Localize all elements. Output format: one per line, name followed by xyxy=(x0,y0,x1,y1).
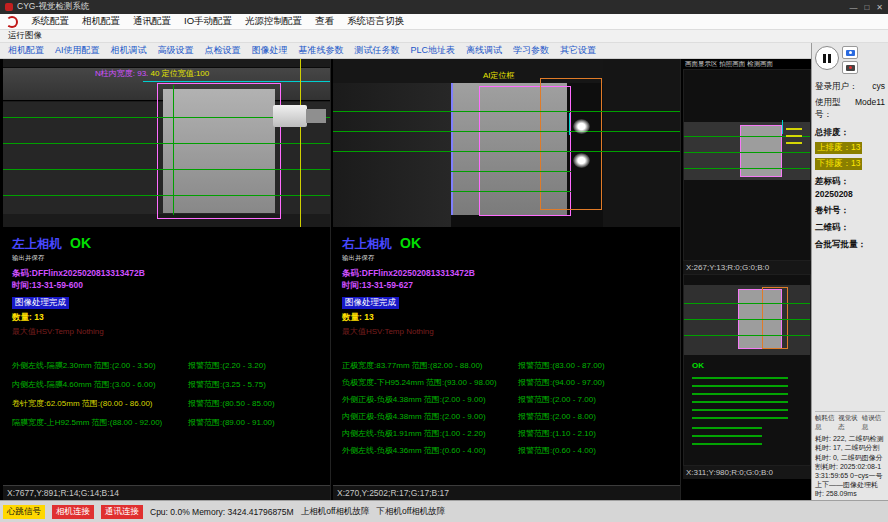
mini-result-text xyxy=(692,427,762,451)
menu-camera-config[interactable]: 相机配置 xyxy=(82,15,120,28)
menu-comm-config[interactable]: 通讯配置 xyxy=(133,15,171,28)
measure-line-cyan xyxy=(143,81,330,82)
reject-row-bottom[interactable]: 下排废：13 xyxy=(815,158,862,170)
left-camera-view[interactable]: N柱内宽度: 93. 40 定位宽值:100 xyxy=(3,59,330,227)
measure-row: 外侧正极-负极4.38mm 范围:(2.00 - 9.00)报警范围:(2.00… xyxy=(342,395,680,405)
thumbnail-top-readout: X:267;Y:13;R:0;G:0;B:0 xyxy=(683,261,811,274)
model-label: 使用型号： xyxy=(815,97,855,121)
right-camera-title: 右上相机 xyxy=(342,236,392,253)
camera-icon xyxy=(846,50,855,56)
sidebar-buttons xyxy=(815,46,885,74)
right-status-ok: OK xyxy=(400,235,421,251)
run-image-label[interactable]: 运行图像 xyxy=(8,30,42,42)
tab-image-process[interactable]: 图像处理 xyxy=(252,44,288,57)
left-subtitle: 输出并保存 xyxy=(12,254,330,263)
reject-row-top[interactable]: 上排废：13 xyxy=(815,142,862,154)
camera-record-button[interactable] xyxy=(842,61,858,74)
right-count: 数量: 13 xyxy=(342,312,680,324)
status-bar: 心跳信号 相机连接 通讯连接 Cpu: 0.0% Memory: 3424.41… xyxy=(0,500,888,522)
tab-camera-debug[interactable]: 相机调试 xyxy=(111,44,147,57)
measure-row: 外侧左线-负极4.36mm 范围:(0.60 - 4.00)报警范围:(0.60… xyxy=(342,446,680,456)
tab-other-settings[interactable]: 其它设置 xyxy=(560,44,596,57)
tab-plc-address[interactable]: PLC地址表 xyxy=(411,44,456,57)
measure-line xyxy=(3,143,330,144)
tab-baseline-params[interactable]: 基准线参数 xyxy=(299,44,344,57)
right-time: 时间:13-31-59-627 xyxy=(342,279,680,291)
machine-frame-left xyxy=(333,59,451,227)
right-measure-rows: 正极宽度:83.77mm 范围:(82.00 - 88.00)报警范围:(83.… xyxy=(342,361,680,456)
measure-line-cyan xyxy=(782,120,783,134)
menu-system-config[interactable]: 系统配置 xyxy=(31,15,69,28)
measure-row: 隔膜宽度-上H92.5mm 范围:(88.00 - 92.00)报警范围:(89… xyxy=(12,418,330,428)
left-hsv: 最大值HSV:Temp Nothing xyxy=(12,326,330,337)
edge-line-yellow xyxy=(300,59,301,227)
measure-line-vertical xyxy=(173,85,174,215)
tab-spot-check[interactable]: 点检设置 xyxy=(205,44,241,57)
menu-language[interactable]: 系统语言切换 xyxy=(347,15,404,28)
measure-row: 正极宽度:83.77mm 范围:(82.00 - 88.00)报警范围:(83.… xyxy=(342,361,680,371)
window-title: CYG-视觉检测系统 xyxy=(17,1,89,13)
cpu-memory-readout: Cpu: 0.0% Memory: 3424.41796875M xyxy=(150,507,294,517)
menu-light-control[interactable]: 光源控制配置 xyxy=(245,15,302,28)
measure-row: 内侧左线-负极1.91mm 范围:(1.00 - 2.20)报警范围:(1.10… xyxy=(342,429,680,439)
minimize-button[interactable]: — xyxy=(849,3,857,12)
thumbnail-view-top[interactable] xyxy=(683,69,811,261)
measure-line-short xyxy=(451,191,571,192)
top-camera-fault-text: 上相机off相机故障 xyxy=(301,506,370,518)
menu-io-manual[interactable]: IO手动配置 xyxy=(184,15,232,28)
camera-connection-badge: 相机连接 xyxy=(52,505,94,519)
left-status-ok: OK xyxy=(70,235,91,251)
tab-ai-config[interactable]: AI使用配置 xyxy=(55,44,100,57)
pause-button[interactable] xyxy=(815,46,839,70)
brand-logo-icon xyxy=(6,16,18,28)
info-panel: 帧耗信息 视觉状态 错误信息 耗时: 222, 二维码检测耗时: 17, 二维码… xyxy=(815,411,885,498)
measure-row: 内侧左线-隔膜4.60mm 范围:(3.00 - 6.00)报警范围:(3.25… xyxy=(12,380,330,390)
measure-line xyxy=(684,335,810,336)
menu-view[interactable]: 查看 xyxy=(315,15,334,28)
measure-line xyxy=(3,169,330,170)
bottom-camera-fault-text: 下相机off相机故障 xyxy=(376,506,445,518)
tab-strip: 相机配置 AI使用配置 相机调试 高级设置 点检设置 图像处理 基准线参数 测试… xyxy=(0,43,811,59)
run-image-bar: 运行图像 xyxy=(0,30,888,43)
right-camera-panel: AI定位框 右上相机 OK 输出并保存 条码:DFFlinx2025020813… xyxy=(333,59,681,500)
measure-line-cyan xyxy=(569,113,570,135)
menu-bar: 系统配置 相机配置 通讯配置 IO手动配置 光源控制配置 查看 系统语言切换 xyxy=(0,14,888,30)
measure-line xyxy=(684,303,810,304)
mini-ok-label: OK xyxy=(692,361,704,370)
tab-learn-params[interactable]: 学习参数 xyxy=(513,44,549,57)
tab-camera-config[interactable]: 相机配置 xyxy=(8,44,44,57)
edge-line-blue xyxy=(451,83,453,215)
led-glare xyxy=(573,119,590,134)
record-icon xyxy=(846,65,855,71)
right-hsv: 最大值HSV:Temp Nothing xyxy=(342,326,680,337)
thumbnail-view-bottom[interactable]: OK xyxy=(683,274,811,466)
maximize-button[interactable]: □ xyxy=(864,3,869,12)
info-tab-vision-status[interactable]: 视觉状态 xyxy=(838,414,861,432)
left-overlay-text: N柱内宽度: 93. 40 定位宽值:100 xyxy=(95,68,209,79)
tab-test-tasks[interactable]: 测试任务数 xyxy=(355,44,400,57)
close-button[interactable]: ✕ xyxy=(876,3,883,12)
pause-icon xyxy=(823,54,826,63)
measure-line xyxy=(3,195,330,196)
login-user-label: 登录用户： xyxy=(815,81,858,93)
info-tab-errors[interactable]: 错误信息 xyxy=(862,414,885,432)
machine-frame-right xyxy=(603,59,680,227)
right-pixel-readout: X:270,Y:2502;R:17;G:17;B:17 xyxy=(333,485,680,500)
thumbnail-header: 画面显示区 拍照画面 检测画面 xyxy=(683,59,811,69)
info-tab-frame-time[interactable]: 帧耗信息 xyxy=(815,414,838,432)
connector-part xyxy=(273,105,307,127)
tab-offline-debug[interactable]: 离线调试 xyxy=(466,44,502,57)
tab-advanced[interactable]: 高级设置 xyxy=(158,44,194,57)
login-user-value: cys xyxy=(872,81,885,93)
right-camera-view[interactable]: AI定位框 xyxy=(333,59,680,227)
roi-orange-rect xyxy=(762,287,788,349)
right-barcode: 条码:DFFlinx2025020813313472B xyxy=(342,267,680,279)
measure-line-short xyxy=(451,171,571,172)
measure-line xyxy=(333,131,680,132)
app-window: CYG-视觉检测系统 — □ ✕ 系统配置 相机配置 通讯配置 IO手动配置 光… xyxy=(0,0,888,522)
left-pixel-readout: X:7677,Y:891;R:14;G:14;B:14 xyxy=(3,485,330,500)
mini-overlay-text xyxy=(786,128,802,148)
batch-write-label: 合批写批量： xyxy=(815,239,885,251)
camera-capture-button[interactable] xyxy=(842,46,858,59)
right-result-panel: 右上相机 OK 输出并保存 条码:DFFlinx2025020813313472… xyxy=(333,227,680,485)
